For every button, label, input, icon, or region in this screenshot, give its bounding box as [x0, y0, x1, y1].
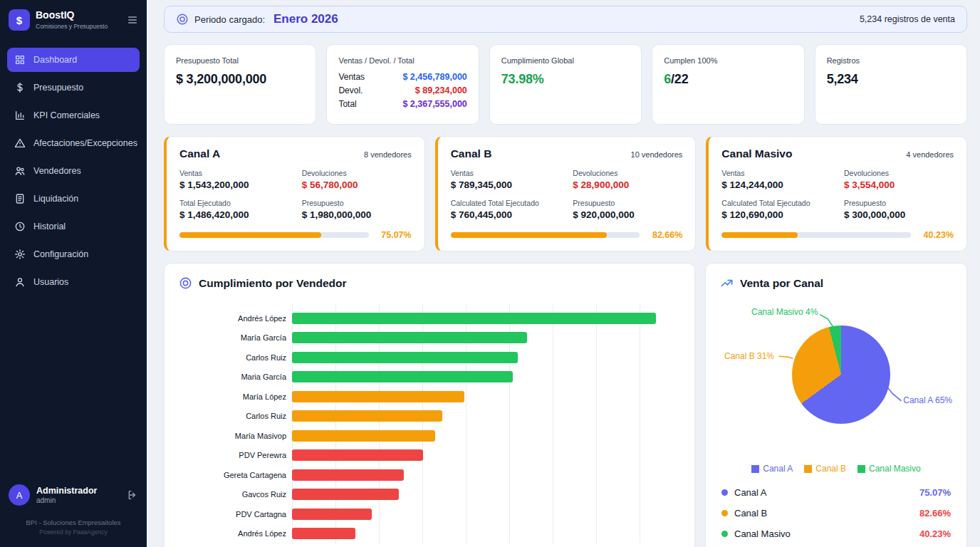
user-role: admin — [36, 496, 97, 504]
period-value: Enero 2026 — [273, 12, 338, 26]
legend-item-canal-masivo[interactable]: Canal Masivo — [858, 464, 921, 474]
sidebar-item-usuarios[interactable]: Usuarios — [7, 270, 140, 294]
charts-row: Cumplimiento por Vendedor Andrés LópezMa… — [164, 263, 967, 547]
devoluciones-label: Devoluciones — [844, 169, 954, 177]
sidebar: $ BoostIQ Comisiones y Presupuesto Dashb… — [0, 0, 147, 547]
bar-track — [292, 391, 680, 402]
bar-track — [292, 449, 680, 461]
bar-track — [292, 332, 680, 343]
sidebar-item-dashboard[interactable]: Dashboard — [7, 48, 140, 72]
bar-chart: Andrés LópezMaría GarcíaCarlos RuizMaria… — [179, 308, 680, 543]
ventas-label: Ventas — [179, 169, 295, 177]
bar-category-label: Gereta Cartagena — [179, 471, 292, 479]
ventas-value: $ 124,244,000 — [721, 179, 837, 190]
bar[interactable] — [292, 332, 527, 343]
legend-item-canal-b[interactable]: Canal B — [804, 464, 846, 474]
bar-track — [292, 469, 680, 481]
hamburger-menu-icon[interactable] — [127, 14, 138, 26]
subrow-value: $ 2,367,555,000 — [402, 99, 466, 109]
ventas-label: Ventas — [721, 169, 837, 177]
devoluciones-label: Devoluciones — [302, 169, 412, 177]
subrow-label: Devol. — [338, 85, 363, 95]
bar[interactable] — [292, 489, 399, 500]
bar[interactable] — [292, 449, 423, 461]
bar[interactable] — [292, 430, 435, 442]
sidebar-item-vendedores[interactable]: Vendedores — [7, 159, 140, 183]
devoluciones-value: $ 28,900,000 — [573, 179, 682, 190]
sidebar-item-label: Afectaciones/Excepciones — [33, 138, 137, 148]
avatar: A — [9, 484, 30, 506]
sidebar-nav: DashboardPresupuestoKPI ComercialesAfect… — [0, 41, 147, 301]
kpi-label: Cumplen 100% — [664, 56, 792, 65]
bar-row: María Masivop — [179, 426, 680, 446]
bar[interactable] — [292, 313, 656, 324]
summary-name: Canal A — [734, 487, 767, 498]
kpi-value-rest: /22 — [671, 72, 688, 86]
bar[interactable] — [292, 469, 404, 481]
bar[interactable] — [292, 352, 518, 363]
channel-card-canal-masivo: Canal Masivo 4 vendedores Ventas$ 124,24… — [706, 136, 967, 251]
sidebar-item-kpi-comerciales[interactable]: KPI Comerciales — [7, 103, 140, 127]
logout-icon[interactable] — [127, 489, 138, 501]
devoluciones-value: $ 3,554,000 — [844, 179, 954, 190]
bar[interactable] — [292, 371, 513, 382]
bar[interactable] — [292, 410, 442, 422]
channel-vendors: 10 vendedores — [631, 150, 683, 159]
chart-title: Venta por Canal — [740, 277, 823, 290]
bar-track — [292, 410, 680, 422]
bar[interactable] — [292, 528, 355, 539]
bar-row: María García — [179, 328, 680, 348]
legend-item-canal-a[interactable]: Canal A — [751, 464, 793, 474]
subrow-label: Ventas — [338, 72, 365, 82]
kpi-row: Presupuesto Total $ 3,200,000,000 Ventas… — [164, 44, 967, 125]
sidebar-footer: BPI - Soluciones Empresaitoles Powered b… — [0, 514, 147, 547]
summary-row-canal-masivo: Canal Masivo 40.23% — [720, 523, 952, 544]
vendor-compliance-chart-card: Cumplimiento por Vendedor Andrés LópezMa… — [164, 263, 695, 547]
kpi-value: 5,234 — [827, 72, 955, 87]
summary-row-canal-a: Canal A 75.07% — [720, 482, 952, 503]
kpi-value: $ 3,200,000,000 — [176, 72, 304, 87]
legend-swatch — [804, 465, 812, 473]
sidebar-item-afectaciones-excepciones[interactable]: Afectaciones/Excepciones — [7, 131, 140, 155]
channel-title: Canal A — [179, 147, 220, 160]
kpi-subrow-devol: Devol. $ 89,234,000 — [338, 85, 466, 95]
bar-row: Gereta Cartagena — [179, 465, 680, 485]
summary-value: 40.23% — [919, 528, 951, 539]
sidebar-item-historial[interactable]: Historial — [7, 214, 140, 239]
kpi-card-ventas-devol-total: Ventas / Devol. / Total Ventas $ 2,456,7… — [326, 44, 479, 125]
pie-legend: Canal A Canal B Canal Masivo — [720, 464, 952, 474]
sidebar-item-liquidación[interactable]: Liquidación — [7, 187, 140, 211]
bar-row: PDV Perewra — [179, 446, 680, 466]
summary-name: Canal B — [734, 508, 767, 519]
subrow-value: $ 89,234,000 — [415, 85, 467, 95]
sidebar-item-label: Dashboard — [33, 55, 77, 65]
kpi-label: Ventas / Devol. / Total — [338, 56, 466, 65]
channel-vendors: 8 vendedores — [364, 150, 412, 159]
presupuesto-label: Presupuesto — [302, 199, 412, 207]
kpi-label: Cumplimiento Global — [501, 56, 630, 65]
progress-fill — [451, 232, 608, 238]
progress-track — [179, 232, 369, 238]
sidebar-item-configuración[interactable]: Configuración — [7, 242, 140, 266]
sidebar-item-presupuesto[interactable]: Presupuesto — [7, 75, 140, 100]
bar-row: Carlos Ruiz — [179, 407, 680, 427]
bar-category-label: Maria García — [179, 373, 292, 381]
bar[interactable] — [292, 509, 372, 520]
bar[interactable] — [292, 391, 464, 402]
brand-name: BoostIQ — [36, 10, 108, 21]
bar-category-label: Carlos Ruiz — [179, 353, 292, 362]
progress-percent: 82.66% — [648, 230, 682, 240]
kpi-card-presupuesto-total: Presupuesto Total $ 3,200,000,000 — [164, 44, 316, 125]
subrow-label: Total — [338, 99, 356, 109]
ventas-label: Ventas — [451, 169, 566, 177]
channel-title: Canal B — [451, 147, 492, 160]
channel-card-canal-b: Canal B 10 vendedores Ventas$ 789,345,00… — [435, 136, 697, 251]
bar-track — [292, 313, 680, 324]
channel-card-canal-a: Canal A 8 vendedores Ventas$ 1,543,200,0… — [164, 136, 425, 251]
sidebar-bottom: A Administrador admin BPI - Soluciones E… — [0, 476, 147, 547]
bar-row: Maria García — [179, 368, 680, 387]
document-icon — [14, 193, 26, 204]
legend-swatch — [751, 465, 759, 473]
pie[interactable] — [792, 325, 890, 424]
bar-track — [292, 430, 680, 442]
